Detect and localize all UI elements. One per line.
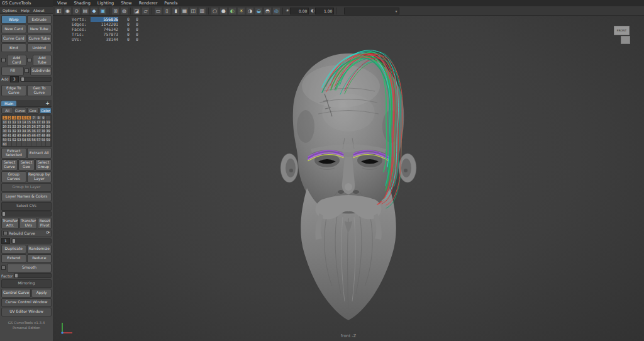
film-gate-icon[interactable]: ▭ bbox=[154, 7, 162, 15]
wireframe-icon[interactable]: ○ bbox=[211, 7, 219, 15]
viewport-menu-panels[interactable]: Panels bbox=[164, 1, 177, 6]
layer-cell-5[interactable]: 5 bbox=[22, 116, 26, 120]
layer-cell-30[interactable]: 30 bbox=[3, 129, 7, 133]
layer-cell-39[interactable]: 39 bbox=[46, 129, 50, 133]
layer-cell-1[interactable]: 1 bbox=[3, 116, 7, 120]
layer-cell-48[interactable]: 48 bbox=[42, 133, 46, 137]
layer-cell-46[interactable]: 46 bbox=[31, 133, 36, 137]
duplicate-button[interactable]: Duplicate bbox=[1, 245, 26, 254]
rebuild-curve-checkbox[interactable] bbox=[3, 231, 8, 235]
regroup-by-layer-button[interactable]: Regroup by Layer bbox=[27, 171, 52, 182]
layer-cell-18[interactable]: 18 bbox=[42, 120, 46, 124]
layer-cell-40[interactable]: 40 bbox=[3, 133, 7, 137]
layer-cell-59[interactable]: 59 bbox=[46, 138, 50, 142]
filter-tab-color[interactable]: Color bbox=[40, 108, 52, 114]
factor-slider[interactable] bbox=[14, 273, 52, 278]
transfer-attr-button[interactable]: Transfer Attr. bbox=[1, 218, 19, 229]
curve-card-button[interactable]: Curve Card bbox=[1, 34, 26, 43]
layer-cell-31[interactable]: 31 bbox=[8, 129, 12, 133]
renderer-dropdown[interactable]: ▾ bbox=[344, 8, 399, 14]
field-chart-icon[interactable]: ▦ bbox=[180, 7, 189, 15]
layer-cell-21[interactable]: 21 bbox=[8, 125, 12, 128]
layer-cell-35[interactable]: 35 bbox=[26, 129, 31, 133]
layer-cell-25[interactable]: 25 bbox=[26, 125, 31, 128]
view-cube-icon[interactable]: ◧ bbox=[55, 7, 63, 15]
layer-cell-57[interactable]: 57 bbox=[36, 138, 41, 142]
extract-selected-button[interactable]: Extract Selected bbox=[1, 148, 26, 159]
edge-to-curve-button[interactable]: Edge To Curve bbox=[1, 85, 26, 96]
group-to-layer-button[interactable]: Group to Layer bbox=[1, 183, 52, 192]
oversampling-icon[interactable]: ◍ bbox=[120, 7, 128, 15]
smooth-checkbox[interactable] bbox=[1, 266, 6, 270]
select-curve-button[interactable]: Select Curve bbox=[1, 159, 18, 170]
uv-editor-window-button[interactable]: UV Editor Window bbox=[1, 308, 52, 316]
layer-cell-9[interactable]: 9 bbox=[42, 116, 46, 120]
gamma-field[interactable]: 1.00 bbox=[315, 8, 334, 14]
refresh-icon[interactable]: ⟳ bbox=[46, 231, 50, 235]
layer-cell-12[interactable]: 12 bbox=[12, 120, 16, 124]
add-count-slider[interactable] bbox=[20, 77, 52, 82]
bookmarks-icon[interactable]: ◆ bbox=[90, 7, 98, 15]
layer-cell-17[interactable]: 17 bbox=[36, 120, 41, 124]
subdivide-checkbox[interactable] bbox=[25, 69, 29, 73]
add-tube-checkbox[interactable] bbox=[27, 58, 31, 62]
add-count-field[interactable]: 3 bbox=[10, 76, 19, 82]
anti-aliasing-icon[interactable]: ◎ bbox=[272, 7, 280, 15]
layer-cell-47[interactable]: 47 bbox=[36, 133, 41, 137]
add-layer-tab-button[interactable]: + bbox=[43, 101, 52, 106]
select-cvs-slider[interactable] bbox=[1, 211, 52, 216]
subdivide-button[interactable]: Subdivide bbox=[30, 67, 52, 75]
viewport-canvas[interactable]: Verts:55603600Edges:114220100Faces:74634… bbox=[53, 16, 644, 341]
layer-tab-main[interactable]: Main bbox=[1, 101, 16, 106]
layer-cell-4[interactable]: 4 bbox=[17, 116, 21, 120]
layer-cell-11[interactable]: 11 bbox=[8, 120, 12, 124]
layer-cell-24[interactable]: 24 bbox=[22, 125, 26, 128]
add-card-button[interactable]: Add Card bbox=[7, 55, 26, 66]
layer-cell-37[interactable]: 37 bbox=[36, 129, 41, 133]
add-card-checkbox[interactable] bbox=[1, 58, 6, 62]
layer-cell-44[interactable]: 44 bbox=[22, 133, 26, 137]
textured-icon[interactable]: ◐ bbox=[228, 7, 236, 15]
randomize-button[interactable]: Randomize bbox=[27, 245, 52, 254]
resolution-gate-icon[interactable]: ▯ bbox=[163, 7, 171, 15]
layer-cell-3[interactable]: 3 bbox=[12, 116, 16, 120]
layer-cell-52[interactable]: 52 bbox=[12, 138, 16, 142]
layer-cell-45[interactable]: 45 bbox=[26, 133, 31, 137]
select-cvs-button[interactable]: Select CVs bbox=[1, 202, 52, 211]
screen-space-ao-icon[interactable]: ◒ bbox=[255, 7, 263, 15]
layer-cell-10[interactable]: 10 bbox=[3, 120, 7, 124]
layer-cell-8[interactable]: 8 bbox=[36, 116, 41, 120]
layer-cell-51[interactable]: 51 bbox=[8, 138, 12, 142]
shadows-icon[interactable]: ◑ bbox=[246, 7, 254, 15]
layer-cell-54[interactable]: 54 bbox=[22, 138, 26, 142]
curve-control-window-button[interactable]: Curve Control Window bbox=[1, 298, 52, 307]
layer-cell-56[interactable]: 56 bbox=[31, 138, 36, 142]
layer-cell-13[interactable]: 13 bbox=[17, 120, 21, 124]
layer-cell-33[interactable]: 33 bbox=[17, 129, 21, 133]
control-curve-button[interactable]: Control Curve bbox=[1, 289, 31, 298]
safe-action-icon[interactable]: ◫ bbox=[189, 7, 197, 15]
lock-camera-icon[interactable]: ⊙ bbox=[72, 7, 80, 15]
isolate-select-icon[interactable]: ◪ bbox=[133, 7, 141, 15]
panel-menu-about[interactable]: About bbox=[33, 8, 45, 13]
layer-cell-23[interactable]: 23 bbox=[17, 125, 21, 128]
2d-pan-zoom-icon[interactable]: ⊞ bbox=[111, 7, 119, 15]
layer-cell-19[interactable]: 19 bbox=[46, 120, 50, 124]
layer-cell-28[interactable]: 28 bbox=[42, 125, 46, 128]
layer-cell-43[interactable]: 43 bbox=[17, 133, 21, 137]
layer-cell-14[interactable]: 14 bbox=[22, 120, 26, 124]
layer-cell-53[interactable]: 53 bbox=[17, 138, 21, 142]
shaded-icon[interactable]: ● bbox=[219, 7, 228, 15]
group-curves-button[interactable]: Group Curves bbox=[1, 171, 26, 182]
layer-names-colors-button[interactable]: Layer Names & Colors bbox=[1, 193, 52, 201]
motion-blur-icon[interactable]: ◓ bbox=[264, 7, 272, 15]
layer-cell-60[interactable]: 60 bbox=[3, 142, 7, 146]
fill-button[interactable]: Fill bbox=[1, 67, 24, 75]
select-geo-button[interactable]: Select Geo bbox=[18, 159, 35, 170]
panel-menu-help[interactable]: Help bbox=[21, 8, 30, 13]
extrude-button[interactable]: Extrude bbox=[27, 15, 52, 24]
reset-pivot-button[interactable]: Reset Pivot bbox=[38, 218, 52, 229]
layer-cell-38[interactable]: 38 bbox=[42, 129, 46, 133]
layer-cell-27[interactable]: 27 bbox=[36, 125, 41, 128]
select-camera-icon[interactable]: ◉ bbox=[64, 7, 72, 15]
